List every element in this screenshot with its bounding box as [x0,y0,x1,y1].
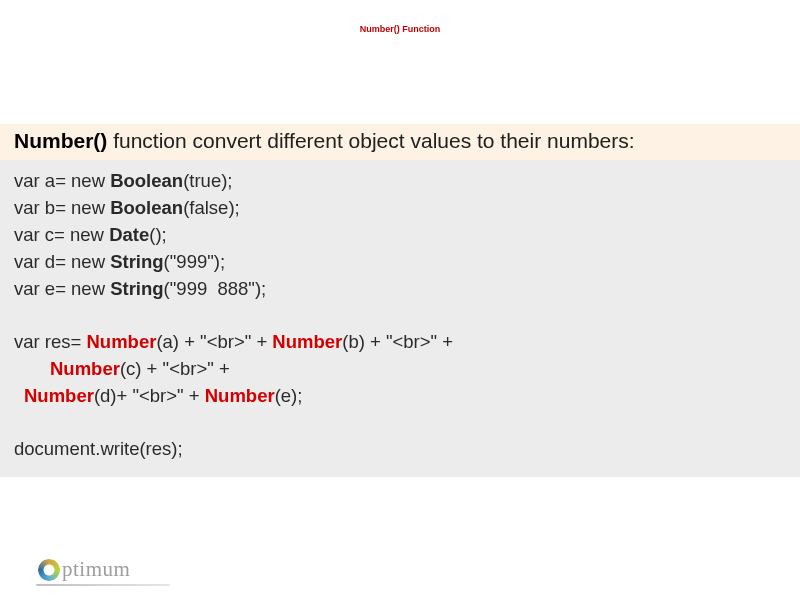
logo-underline [36,584,170,586]
code-line: Number(d)+ "<br>" + Number(e); [14,383,786,410]
code-line: document.write(res); [14,436,786,463]
code-line: var e= new String("999 888"); [14,276,786,303]
code-line: Number(c) + "<br>" + [14,356,786,383]
logo-text: ptimum [62,557,130,582]
code-line [14,302,786,329]
description-band: Number() function convert different obje… [0,124,800,160]
description-text: function convert different object values… [107,129,634,152]
code-line: var c= new Date(); [14,222,786,249]
slide-title: Number() Function [0,0,800,34]
logo-swirl-icon [38,559,60,581]
code-line: var d= new String("999"); [14,249,786,276]
logo: ptimum [38,557,130,582]
code-line [14,410,786,437]
code-block: var a= new Boolean(true); var b= new Boo… [0,160,800,477]
code-line: var res= Number(a) + "<br>" + Number(b) … [14,329,786,356]
code-line: var a= new Boolean(true); [14,168,786,195]
code-line: var b= new Boolean(false); [14,195,786,222]
function-name: Number() [14,129,107,152]
